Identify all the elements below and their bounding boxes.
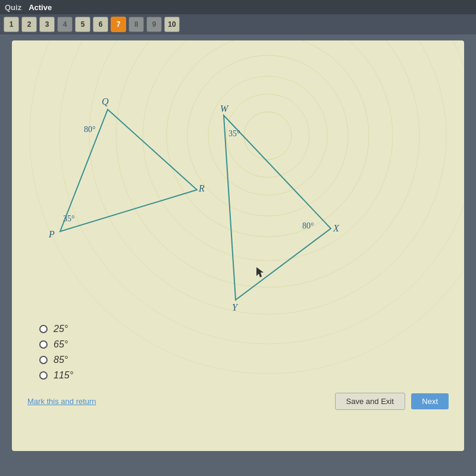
mark-return-link[interactable]: Mark this and return [27, 397, 96, 406]
answer-option-ans-65[interactable]: 65° [39, 339, 455, 350]
active-label: Active [29, 3, 52, 12]
nav-btn-8[interactable]: 8 [129, 17, 144, 32]
triangle-wxy [224, 115, 331, 300]
answer-radio-ans-25[interactable] [39, 325, 48, 333]
answer-radio-ans-85[interactable] [39, 356, 48, 364]
main-content: Q P R W X Y 80° 35° 35° 80° 25°65°85°115… [12, 40, 464, 451]
answer-text-ans-25: 25° [54, 324, 68, 334]
quiz-label: Quiz [5, 3, 21, 12]
cursor-icon [256, 267, 264, 277]
nav-btn-2[interactable]: 2 [21, 17, 37, 32]
top-bar: Quiz Active [0, 0, 476, 14]
bottom-bar: Mark this and return Save and Exit Next [21, 393, 455, 410]
angle-p-label: 35° [63, 214, 75, 223]
nav-btn-1[interactable]: 1 [4, 17, 19, 32]
answer-option-ans-115[interactable]: 115° [39, 370, 455, 381]
nav-btn-3[interactable]: 3 [39, 17, 55, 32]
angle-q-label: 80° [84, 125, 96, 134]
nav-btn-10[interactable]: 10 [164, 17, 180, 32]
vertex-q-label: Q [102, 96, 109, 107]
answer-option-ans-25[interactable]: 25° [39, 324, 455, 334]
nav-btn-4[interactable]: 4 [57, 17, 73, 32]
angle-x-label: 80° [302, 221, 314, 230]
answer-text-ans-115: 115° [54, 370, 73, 381]
nav-btn-9[interactable]: 9 [146, 17, 162, 32]
next-button[interactable]: Next [411, 393, 449, 409]
angle-w-label: 35° [228, 129, 240, 138]
answer-option-ans-85[interactable]: 85° [39, 355, 455, 365]
save-exit-button[interactable]: Save and Exit [335, 393, 405, 410]
answer-text-ans-85: 85° [54, 355, 68, 365]
vertex-p-label: P [48, 229, 55, 239]
question-nav-bar: 12345678910 [0, 14, 476, 35]
nav-btn-7[interactable]: 7 [111, 17, 126, 32]
geometry-diagram: Q P R W X Y 80° 35° 35° 80° [21, 50, 455, 312]
vertex-y-label: Y [232, 302, 239, 312]
vertex-x-label: X [333, 223, 340, 233]
triangle-pqr [60, 109, 197, 231]
answer-radio-ans-65[interactable] [39, 340, 48, 349]
nav-btn-6[interactable]: 6 [93, 17, 108, 32]
answer-choices: 25°65°85°115° [21, 324, 455, 381]
vertex-r-label: R [198, 183, 205, 193]
nav-btn-5[interactable]: 5 [75, 17, 90, 32]
answer-text-ans-65: 65° [54, 339, 68, 350]
answer-radio-ans-115[interactable] [39, 371, 48, 380]
vertex-w-label: W [220, 104, 229, 114]
